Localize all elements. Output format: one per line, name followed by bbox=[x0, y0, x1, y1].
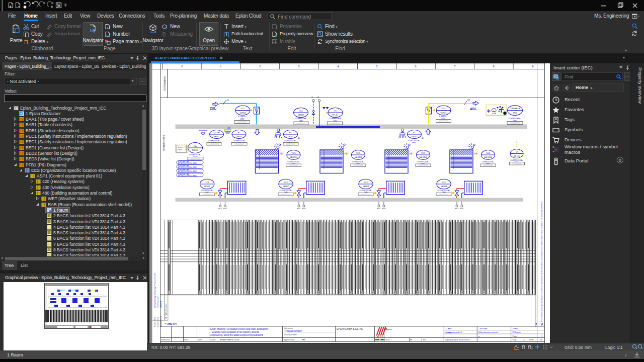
svg-text:##########: ########## bbox=[330, 123, 340, 125]
svg-text:EPL: EPL bbox=[423, 339, 427, 341]
svg-text:HZR: HZR bbox=[302, 208, 306, 210]
svg-text:- Example representation of an: - Example representation of an industry-… bbox=[210, 331, 260, 333]
svg-text:73: 73 bbox=[523, 339, 525, 341]
svg-text:EA: EA bbox=[410, 339, 413, 341]
svg-text:EP+01: EP+01 bbox=[333, 114, 339, 116]
svg-text:VVR01: VVR01 bbox=[440, 112, 446, 114]
svg-text:ABL: ABL bbox=[470, 107, 476, 111]
svg-text:HZR: HZR bbox=[382, 208, 386, 210]
svg-text:RBG01: RBG01 bbox=[192, 149, 198, 151]
svg-text:##########: ########## bbox=[361, 194, 371, 196]
svg-text:##########: ########## bbox=[202, 194, 212, 196]
svg-text:YIC5: YIC5 bbox=[356, 152, 360, 154]
svg-text:MB0: MB0 bbox=[412, 142, 416, 144]
svg-text:108: 108 bbox=[539, 339, 542, 341]
svg-text:##########: ########## bbox=[234, 143, 244, 145]
svg-text:HZV: HZV bbox=[218, 208, 222, 210]
svg-text:01/02HY01UA+: 01/02HY01UA+ bbox=[438, 190, 450, 192]
svg-text:1AL0103: 1AL0103 bbox=[419, 156, 427, 158]
svg-text:P&I Diagrams: P&I Diagrams bbox=[513, 331, 522, 333]
svg-text:S-VVR03+: S-VVR03+ bbox=[237, 116, 246, 118]
svg-text:##########: ########## bbox=[419, 164, 428, 166]
svg-text:AB: AB bbox=[467, 99, 470, 101]
svg-text:01/MRO01UA+: 01/MRO01UA+ bbox=[511, 159, 523, 161]
svg-text:YC1: YC1 bbox=[241, 108, 245, 110]
svg-text:EC: EC bbox=[413, 132, 416, 134]
svg-text:YC1: YC1 bbox=[442, 182, 445, 184]
svg-text:##########: ########## bbox=[484, 164, 493, 166]
svg-text:01/BMK01AM: 01/BMK01AM bbox=[330, 118, 341, 120]
svg-text:##########: ########## bbox=[439, 194, 449, 196]
svg-text:VEN01: VEN01 bbox=[298, 114, 304, 116]
svg-text:Eplan version: Eplan version bbox=[160, 316, 162, 327]
svg-text:01/MRO01UA+: 01/MRO01UA+ bbox=[352, 161, 364, 163]
svg-text:##########: ########## bbox=[281, 194, 291, 196]
svg-text:AIR SWC5 01 THE 50+ RB03: AIR SWC5 01 THE 50+ RB03 bbox=[178, 170, 197, 172]
svg-text:LEU02: LEU02 bbox=[412, 136, 418, 138]
svg-text:1AL0101: 1AL0101 bbox=[290, 156, 297, 158]
svg-text:TUMB(RELLA: TUMB(RELLA bbox=[510, 108, 520, 110]
svg-text:&PFB1: &PFB1 bbox=[513, 328, 519, 330]
svg-text:QM001: QM001 bbox=[236, 136, 242, 138]
svg-text:Eplan 'Heating / ventilation s: Eplan 'Heating / ventilation system and … bbox=[210, 328, 269, 330]
svg-text:Job number: Job number bbox=[284, 327, 294, 329]
svg-text:Page: Page bbox=[513, 335, 517, 337]
svg-text:EPLAN GmbH & Co.KG: EPLAN GmbH & Co.KG bbox=[220, 339, 239, 341]
svg-text:VEN04: VEN04 bbox=[441, 186, 447, 188]
svg-text:2026.0.1: 2026.0.1 bbox=[160, 301, 162, 308]
svg-text:Property overview: Property overview bbox=[637, 67, 642, 104]
svg-text:TK: TK bbox=[334, 110, 337, 112]
svg-text:Organization specific location: Organization specific location structure bbox=[445, 339, 469, 341]
svg-text:i: i bbox=[625, 352, 627, 357]
svg-text:QME: QME bbox=[240, 118, 245, 120]
svg-text:HZV: HZV bbox=[297, 208, 301, 210]
svg-text:YC1: YC1 bbox=[284, 182, 287, 184]
svg-text:01/MHY01UA+: 01/MHY01UA+ bbox=[208, 140, 220, 142]
svg-text:<Project number>: <Project number> bbox=[284, 330, 303, 332]
svg-text:Page: Page bbox=[513, 339, 517, 341]
svg-text:From: From bbox=[529, 339, 533, 341]
svg-text:01/BMK01AM+: 01/BMK01AM+ bbox=[509, 118, 521, 120]
svg-text:VVR03: VVR03 bbox=[239, 112, 246, 114]
svg-text:HZR: HZR bbox=[223, 208, 227, 210]
svg-text:AL: AL bbox=[422, 137, 424, 139]
svg-text:##########: ########## bbox=[209, 143, 219, 145]
svg-text:+480.RAR: +480.RAR bbox=[478, 328, 488, 330]
svg-text:EC: EC bbox=[289, 132, 292, 134]
svg-text:ZA: ZA bbox=[226, 99, 229, 101]
svg-text:HZR: HZR bbox=[460, 208, 464, 210]
svg-text:Eplan_Building_Technology_Proj: Eplan_Building_Technology_Project_mm_IEC bbox=[154, 273, 156, 308]
svg-text:VEN03: VEN03 bbox=[363, 186, 369, 188]
svg-text:01/MLU01UA+: 01/MLU01UA+ bbox=[408, 140, 420, 142]
svg-text:01/BMK01AM: 01/BMK01AM bbox=[295, 118, 306, 120]
svg-text:Protected by copyright. Passin: Protected by copyright. Passing on as we… bbox=[541, 201, 543, 322]
svg-text:YIC5: YIC5 bbox=[486, 152, 490, 154]
svg-text:1AL0104: 1AL0104 bbox=[484, 156, 492, 158]
svg-text:AIR SWC5 01 THE 50+ RB03: AIR SWC5 01 THE 50+ RB03 bbox=[178, 166, 197, 168]
svg-text:YIC5: YIC5 bbox=[421, 152, 425, 154]
svg-text:QI: QI bbox=[516, 151, 518, 153]
svg-text:VEN02: VEN02 bbox=[283, 186, 289, 188]
svg-text:Centre: Centre bbox=[178, 146, 183, 148]
svg-text:##########: ########## bbox=[286, 143, 296, 145]
svg-text:Building automation and contro: Building automation and control bbox=[478, 331, 499, 333]
svg-text:Approved by: Approved by bbox=[284, 339, 294, 341]
svg-text:1: 1 bbox=[541, 335, 542, 337]
svg-text:YC3: YC3 bbox=[442, 108, 445, 110]
svg-text:GA Funktionsstruktur: GA Funktionsstruktur bbox=[165, 303, 167, 319]
svg-text:S-VVR01+: S-VVR01+ bbox=[439, 116, 447, 118]
svg-text:EPLAN GmbH & Co. KG: EPLAN GmbH & Co. KG bbox=[337, 328, 363, 330]
svg-text:Commission: Commission bbox=[157, 317, 159, 327]
svg-text:13.08.2025: 13.08.2025 bbox=[380, 339, 389, 341]
svg-text:EP01: EP01 bbox=[513, 112, 517, 114]
svg-text:HZV: HZV bbox=[377, 208, 381, 210]
svg-text:01/MHY01UA+: 01/MHY01UA+ bbox=[189, 154, 201, 156]
svg-text:01/02HY01UA+: 01/02HY01UA+ bbox=[201, 190, 213, 192]
svg-text:##########: ########## bbox=[296, 123, 306, 125]
svg-text:##########: ########## bbox=[237, 121, 247, 123]
svg-text:Anlagenschema: Anlagenschema bbox=[163, 134, 165, 151]
svg-text:=+WET/4: =+WET/4 bbox=[165, 322, 177, 325]
svg-text:AL: AL bbox=[298, 137, 300, 139]
svg-text:EP+01: EP+01 bbox=[514, 155, 520, 157]
svg-text:YC1: YC1 bbox=[364, 182, 367, 184]
